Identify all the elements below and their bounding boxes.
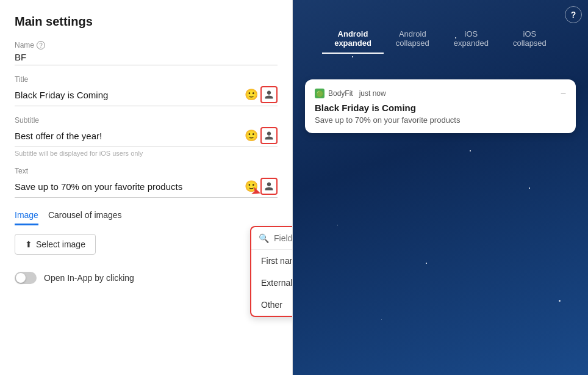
notif-body: Save up to 70% on your favorite products [315,115,566,125]
right-panel: ? Androidexpanded Androidcollapsed iOSex… [293,0,588,375]
tab-android-collapsed[interactable]: Androidcollapsed [384,24,442,54]
name-label: Name ? [15,41,278,49]
tab-ios-collapsed[interactable]: iOScollapsed [501,24,559,54]
stars-background [293,0,588,375]
notif-title: Black Friday is Coming [315,103,566,113]
page-title: Main settings [15,15,278,29]
text-label: Text [15,167,278,175]
select-image-button[interactable]: ⬆ Select image [15,234,96,255]
title-input[interactable] [15,90,245,100]
open-inapp-row: Open In-App by clicking [15,272,278,284]
name-help-icon[interactable]: ? [37,41,45,49]
name-input-row [15,52,278,65]
search-icon: 🔍 [259,233,269,243]
subtitle-person-btn[interactable] [260,127,278,144]
upload-icon: ⬆ [25,239,32,249]
image-tab[interactable]: Image [15,210,38,225]
subtitle-note: Subtitle will be displayed for iOS users… [15,150,278,157]
dropdown-search-row: 🔍 [251,227,293,250]
carousel-tab[interactable]: Carousel of images [48,210,122,225]
title-label: Title [15,75,278,84]
image-carousel-tabs: Image Carousel of images [15,210,278,225]
title-input-row: 🙂 [15,86,278,106]
dropdown-search-input[interactable] [274,233,293,243]
notif-app-name: BodyFit [328,89,353,98]
open-inapp-toggle[interactable] [15,272,37,284]
left-panel: Main settings Name ? Title 🙂 Subtitle [0,0,293,375]
subtitle-field-group: Subtitle 🙂 Subtitle will be displayed fo… [15,116,278,157]
person-icon [264,90,274,100]
title-emoji-icon[interactable]: 🙂 [245,88,258,101]
text-input-row: 🙂 [15,178,278,198]
subtitle-input-row: 🙂 [15,127,278,147]
field-dropdown: 🔍 First name External ID Other ▾ [250,226,293,317]
tab-android-expanded[interactable]: Androidexpanded [322,24,384,54]
notif-close-icon[interactable]: − [561,88,566,99]
notif-time: just now [359,89,386,98]
subtitle-emoji-icon[interactable]: 🙂 [245,129,258,142]
dropdown-item-externalid[interactable]: External ID [251,272,293,294]
tab-ios-expanded[interactable]: iOSexpanded [442,24,501,54]
subtitle-label: Subtitle [15,116,278,125]
notif-header: 🟢 BodyFit just now − [315,88,566,99]
device-tabs: Androidexpanded Androidcollapsed iOSexpa… [293,24,588,54]
person-icon [264,131,274,140]
title-field-icons: 🙂 [245,86,278,103]
text-input[interactable] [15,181,245,192]
name-field-group: Name ? [15,41,278,65]
notification-card: 🟢 BodyFit just now − Black Friday is Com… [305,79,576,133]
subtitle-input[interactable] [15,131,245,141]
dropdown-item-other[interactable]: Other ▾ [251,294,293,316]
open-inapp-label: Open In-App by clicking [44,273,134,283]
name-input[interactable] [15,52,278,62]
text-field-group: Text 🙂 ➤ [15,167,278,198]
help-button[interactable]: ? [565,6,582,23]
title-field-group: Title 🙂 [15,75,278,106]
notif-app-info: 🟢 BodyFit just now [315,89,386,98]
title-person-btn[interactable] [260,86,278,103]
dropdown-item-firstname[interactable]: First name [251,250,293,272]
person-icon [264,181,274,191]
subtitle-field-icons: 🙂 [245,127,278,144]
toggle-knob [16,273,26,283]
notif-app-icon: 🟢 [315,89,324,98]
